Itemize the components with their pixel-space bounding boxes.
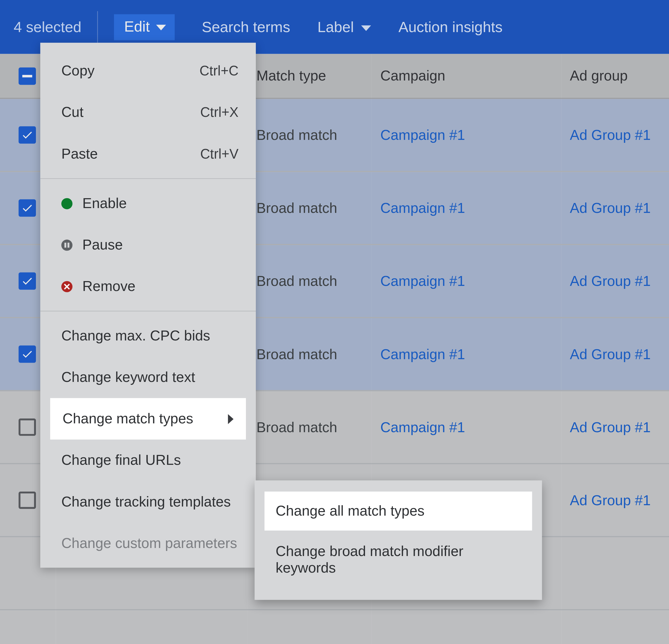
menu-enable[interactable]: Enable: [40, 183, 256, 224]
select-all-checkbox[interactable]: [18, 67, 36, 85]
row-checkbox[interactable]: [18, 199, 36, 217]
divider: [97, 11, 98, 43]
submenu-change-all-match-types[interactable]: Change all match types: [265, 492, 532, 531]
shortcut-text: Ctrl+V: [200, 146, 239, 162]
menu-label: Change keyword text: [61, 369, 195, 386]
empty-cell: [561, 537, 669, 610]
remove-icon: [61, 281, 72, 292]
match-type-cell: Broad match: [248, 245, 372, 318]
menu-label: Change match types: [62, 411, 193, 427]
menu-separator: [40, 311, 256, 311]
row-checkbox[interactable]: [18, 126, 36, 144]
ad-group-link[interactable]: Ad Group #1: [561, 391, 669, 464]
edit-label: Edit: [124, 18, 150, 35]
row-checkbox[interactable]: [18, 419, 36, 436]
header-campaign[interactable]: Campaign: [372, 54, 561, 99]
menu-copy[interactable]: Copy Ctrl+C: [40, 50, 256, 91]
label-dropdown-button[interactable]: Label: [317, 18, 371, 35]
selected-count: 4 selected: [14, 18, 81, 35]
shortcut-text: Ctrl+X: [200, 104, 239, 120]
campaign-link[interactable]: Campaign #1: [372, 318, 561, 391]
match-type-cell: Broad match: [248, 99, 372, 172]
match-type-cell: Broad match: [248, 318, 372, 391]
ad-group-link[interactable]: Ad Group #1: [561, 245, 669, 318]
check-icon: [21, 348, 33, 360]
ad-group-link[interactable]: Ad Group #1: [561, 172, 669, 245]
menu-change-custom-parameters[interactable]: Change custom parameters: [40, 523, 256, 564]
empty-cell: [248, 610, 372, 644]
menu-change-max-cpc[interactable]: Change max. CPC bids: [40, 315, 256, 356]
empty-cell: [0, 610, 56, 644]
menu-label: Copy: [61, 62, 95, 79]
shortcut-text: Ctrl+C: [199, 63, 239, 79]
chevron-down-icon: [156, 24, 166, 30]
edit-menu: Copy Ctrl+C Cut Ctrl+X Paste Ctrl+V Enab…: [40, 43, 256, 568]
chevron-down-icon: [361, 25, 371, 31]
check-icon: [21, 129, 33, 141]
menu-pause[interactable]: Pause: [40, 224, 256, 266]
menu-label: Change max. CPC bids: [61, 327, 210, 344]
header-ad-group[interactable]: Ad group: [561, 54, 669, 99]
menu-paste[interactable]: Paste Ctrl+V: [40, 133, 256, 175]
empty-cell: [56, 610, 248, 644]
submenu-change-bmm-keywords[interactable]: Change broad match modifier keywords: [255, 531, 542, 589]
header-match-type[interactable]: Match type: [248, 54, 372, 99]
row-checkbox[interactable]: [18, 346, 36, 363]
empty-cell: [372, 610, 561, 644]
menu-label: Paste: [61, 146, 98, 162]
menu-change-keyword-text[interactable]: Change keyword text: [40, 356, 256, 398]
menu-change-tracking-templates[interactable]: Change tracking templates: [40, 481, 256, 523]
ad-group-link[interactable]: Ad Group #1: [561, 318, 669, 391]
menu-label: Change broad match modifier keywords: [276, 543, 463, 576]
ad-group-link[interactable]: Ad Group #1: [561, 464, 669, 537]
campaign-link[interactable]: Campaign #1: [372, 172, 561, 245]
enabled-dot-icon: [61, 198, 72, 209]
label-text: Label: [317, 18, 354, 35]
menu-label: Remove: [82, 278, 136, 294]
ad-group-link[interactable]: Ad Group #1: [561, 99, 669, 172]
match-type-cell: Broad match: [248, 391, 372, 464]
empty-cell: [561, 610, 669, 644]
pause-icon: [61, 239, 72, 251]
menu-label: Change all match types: [276, 503, 424, 519]
menu-separator: [40, 178, 256, 179]
menu-change-final-urls[interactable]: Change final URLs: [40, 440, 256, 481]
auction-insights-link[interactable]: Auction insights: [398, 18, 502, 35]
menu-label: Change final URLs: [61, 452, 181, 469]
search-terms-link[interactable]: Search terms: [202, 18, 290, 35]
menu-label: Cut: [61, 104, 84, 121]
menu-label: Change tracking templates: [61, 494, 231, 510]
campaign-link[interactable]: Campaign #1: [372, 99, 561, 172]
row-checkbox[interactable]: [18, 273, 36, 290]
menu-change-match-types[interactable]: Change match types: [50, 398, 246, 439]
chevron-right-icon: [228, 414, 233, 424]
edit-dropdown-button[interactable]: Edit: [114, 14, 174, 40]
row-checkbox[interactable]: [18, 492, 36, 509]
change-match-types-submenu: Change all match types Change broad matc…: [255, 480, 542, 600]
check-icon: [21, 275, 33, 287]
menu-label: Change custom parameters: [61, 535, 237, 552]
menu-label: Pause: [82, 236, 123, 253]
menu-cut[interactable]: Cut Ctrl+X: [40, 92, 256, 133]
check-icon: [21, 202, 33, 214]
campaign-link[interactable]: Campaign #1: [372, 245, 561, 318]
menu-remove[interactable]: Remove: [40, 266, 256, 307]
match-type-cell: Broad match: [248, 172, 372, 245]
menu-label: Enable: [82, 195, 127, 211]
campaign-link[interactable]: Campaign #1: [372, 391, 561, 464]
